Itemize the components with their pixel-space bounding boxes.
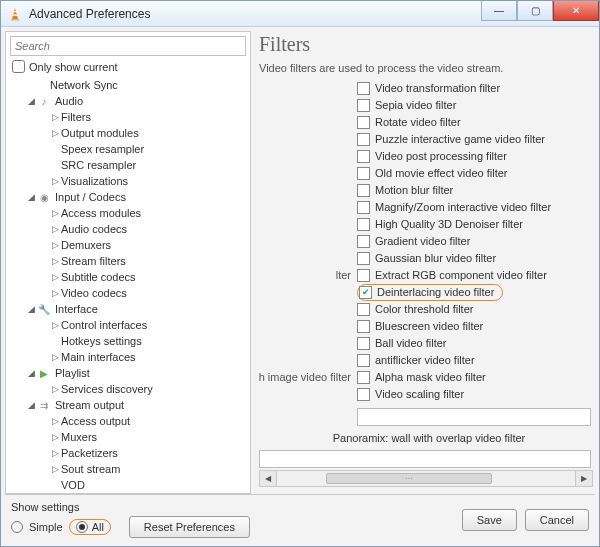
svg-rect-3 xyxy=(13,14,18,15)
tree-item-access-output[interactable]: ▷Access output xyxy=(8,413,248,429)
expand-icon[interactable]: ▷ xyxy=(50,464,61,474)
tree-item-control-interfaces[interactable]: ▷Control interfaces xyxy=(8,317,248,333)
filter-label: antiflicker video filter xyxy=(375,354,475,366)
tree-item-audio-output[interactable]: ▷Output modules xyxy=(8,125,248,141)
only-show-current-checkbox[interactable] xyxy=(12,60,25,73)
expand-icon[interactable]: ▷ xyxy=(50,448,61,458)
maximize-button[interactable]: ▢ xyxy=(517,1,553,21)
filter-checkbox[interactable] xyxy=(357,337,370,350)
radio-simple[interactable] xyxy=(11,521,23,533)
expand-icon[interactable]: ▷ xyxy=(50,272,61,282)
tree-item-hotkeys[interactable]: Hotkeys settings xyxy=(8,333,248,349)
filter-label: Motion blur filter xyxy=(375,184,453,196)
filter-checkbox[interactable] xyxy=(357,184,370,197)
expand-icon[interactable]: ▷ xyxy=(50,112,61,122)
truncated-left-label: lter xyxy=(257,269,357,281)
tree-item-sout-stream[interactable]: ▷Sout stream xyxy=(8,461,248,477)
tree-item-packetizers[interactable]: ▷Packetizers xyxy=(8,445,248,461)
filter-checkbox[interactable] xyxy=(357,133,370,146)
preferences-window: Advanced Preferences — ▢ ✕ Only show cur… xyxy=(0,0,600,547)
collapse-icon[interactable]: ◢ xyxy=(26,368,37,378)
tree-item-main-interfaces[interactable]: ▷Main interfaces xyxy=(8,349,248,365)
filter-checkbox[interactable] xyxy=(357,150,370,163)
collapse-icon[interactable]: ◢ xyxy=(26,304,37,314)
radio-all[interactable] xyxy=(76,521,88,533)
filter-label: Gradient video filter xyxy=(375,235,470,247)
disc-icon: ◉ xyxy=(37,190,51,204)
footer-right: Save Cancel xyxy=(462,509,589,531)
expand-icon[interactable]: ▷ xyxy=(50,128,61,138)
tree-item-playlist[interactable]: ◢▶Playlist xyxy=(8,365,248,381)
filter-label: Deinterlacing video filter xyxy=(377,286,494,298)
filter-checkbox[interactable] xyxy=(357,371,370,384)
tree-item-video-codecs[interactable]: ▷Video codecs xyxy=(8,285,248,301)
expand-icon[interactable]: ▷ xyxy=(50,240,61,250)
filter-checkbox[interactable] xyxy=(357,354,370,367)
tree-item-audio-codecs[interactable]: ▷Audio codecs xyxy=(8,221,248,237)
tree-item-demuxers[interactable]: ▷Demuxers xyxy=(8,237,248,253)
expand-icon[interactable]: ▷ xyxy=(50,208,61,218)
filter-checkbox[interactable] xyxy=(357,388,370,401)
tree-item-stream-output[interactable]: ◢⇉Stream output xyxy=(8,397,248,413)
scroll-thumb[interactable]: ⋯ xyxy=(326,473,492,484)
tree-item-muxers[interactable]: ▷Muxers xyxy=(8,429,248,445)
tree-item-network-sync[interactable]: Network Sync xyxy=(8,77,248,93)
collapse-icon[interactable]: ◢ xyxy=(26,192,37,202)
filter-checkbox[interactable] xyxy=(357,252,370,265)
footer: Show settings Simple All Reset Preferenc… xyxy=(5,494,595,544)
tree-item-access-modules[interactable]: ▷Access modules xyxy=(8,205,248,221)
filter-label: Old movie effect video filter xyxy=(375,167,507,179)
expand-icon[interactable]: ▷ xyxy=(50,432,61,442)
horizontal-scrollbar[interactable]: ◀ ⋯ ▶ xyxy=(259,470,593,487)
filter-label: Rotate video filter xyxy=(375,116,461,128)
minimize-button[interactable]: — xyxy=(481,1,517,21)
collapse-icon[interactable]: ◢ xyxy=(26,96,37,106)
expand-icon[interactable]: ▷ xyxy=(50,352,61,362)
tree-item-vod[interactable]: VOD xyxy=(8,477,248,493)
tree-item-speex[interactable]: Speex resampler xyxy=(8,141,248,157)
tree-item-subtitle-codecs[interactable]: ▷Subtitle codecs xyxy=(8,269,248,285)
tree-item-audio[interactable]: ◢♪Audio xyxy=(8,93,248,109)
expand-icon[interactable]: ▷ xyxy=(50,416,61,426)
radio-simple-label: Simple xyxy=(29,521,63,533)
settings-tree[interactable]: Network Sync ◢♪Audio ▷Filters ▷Output mo… xyxy=(6,77,250,493)
save-button[interactable]: Save xyxy=(462,509,517,531)
filter-checkbox[interactable] xyxy=(357,99,370,112)
expand-icon[interactable]: ▷ xyxy=(50,320,61,330)
window-title: Advanced Preferences xyxy=(29,7,150,21)
expand-icon[interactable]: ▷ xyxy=(50,224,61,234)
filter-chain-input-2[interactable] xyxy=(259,450,591,468)
close-button[interactable]: ✕ xyxy=(553,1,599,21)
search-input[interactable] xyxy=(10,36,246,56)
scroll-left-icon[interactable]: ◀ xyxy=(260,471,277,486)
tree-item-audio-filters[interactable]: ▷Filters xyxy=(8,109,248,125)
filter-checkbox[interactable] xyxy=(357,167,370,180)
expand-icon[interactable]: ▷ xyxy=(50,288,61,298)
only-show-current-row: Only show current xyxy=(12,60,244,73)
collapse-icon[interactable]: ◢ xyxy=(26,400,37,410)
filter-checkbox[interactable] xyxy=(357,303,370,316)
filter-chain-input-1[interactable] xyxy=(357,408,591,426)
filter-checkbox[interactable] xyxy=(357,201,370,214)
expand-icon[interactable]: ▷ xyxy=(50,176,61,186)
filter-checkbox[interactable] xyxy=(357,320,370,333)
tree-item-services-discovery[interactable]: ▷Services discovery xyxy=(8,381,248,397)
filter-checkbox-deinterlace[interactable]: ✔ xyxy=(359,286,372,299)
filter-checkbox[interactable] xyxy=(357,82,370,95)
filter-label: Gaussian blur video filter xyxy=(375,252,496,264)
filter-checkbox[interactable] xyxy=(357,269,370,282)
reset-preferences-button[interactable]: Reset Preferences xyxy=(129,516,250,538)
tree-item-stream-filters[interactable]: ▷Stream filters xyxy=(8,253,248,269)
filter-checkbox[interactable] xyxy=(357,218,370,231)
filter-checkbox[interactable] xyxy=(357,116,370,129)
expand-icon[interactable]: ▷ xyxy=(50,256,61,266)
scroll-right-icon[interactable]: ▶ xyxy=(575,471,592,486)
cancel-button[interactable]: Cancel xyxy=(525,509,589,531)
tree-item-visualizations[interactable]: ▷Visualizations xyxy=(8,173,248,189)
tree-item-interface[interactable]: ◢🔧Interface xyxy=(8,301,248,317)
expand-icon[interactable]: ▷ xyxy=(50,384,61,394)
filter-checkbox[interactable] xyxy=(357,235,370,248)
tree-item-src[interactable]: SRC resampler xyxy=(8,157,248,173)
tree-item-input[interactable]: ◢◉Input / Codecs xyxy=(8,189,248,205)
vlc-cone-icon xyxy=(7,6,23,22)
